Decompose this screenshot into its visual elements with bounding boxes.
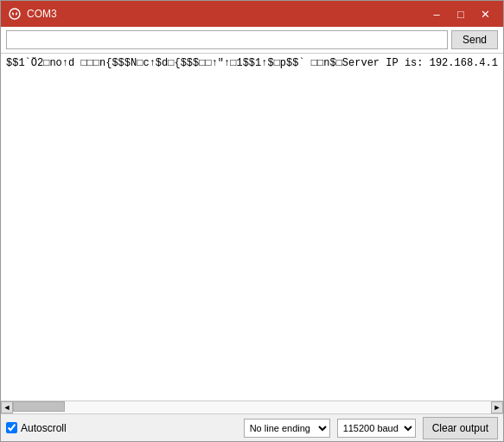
baud-rate-select[interactable]: 300 baud 1200 baud 2400 baud 4800 baud 9… [337,419,416,438]
autoscroll-checkbox[interactable] [6,422,17,433]
svg-point-0 [10,9,20,19]
maximize-button[interactable]: □ [450,5,472,22]
autoscroll-text: Autoscroll [21,422,67,434]
title-bar-controls: – □ ✕ [425,5,496,22]
status-bar: Autoscroll No line ending Newline Carria… [1,413,503,441]
output-line: $‌$1`Ö2□no↑d □□□n{$$$N□c↑$d□{$$$□□↑"↑□1$… [6,57,498,69]
output-area[interactable]: $‌$1`Ö2□no↑d □□□n{$$$N□c↑$d□{$$$□□↑"↑□1$… [1,54,503,401]
toolbar: Send [1,27,503,54]
close-button[interactable]: ✕ [474,5,496,22]
minimize-button[interactable]: – [425,5,448,22]
clear-output-button[interactable]: Clear output [423,417,498,439]
autoscroll-label[interactable]: Autoscroll [6,422,67,434]
window: COM3 – □ ✕ Send $‌$1`Ö2□no↑d □□□n{$$$N□c… [0,0,504,442]
line-ending-select[interactable]: No line ending Newline Carriage return B… [244,419,330,438]
scroll-right-arrow[interactable]: ► [491,401,503,413]
scroll-left-arrow[interactable]: ◄ [1,401,13,413]
arduino-icon [8,7,22,21]
window-title: COM3 [27,8,57,20]
title-bar-left: COM3 [8,7,57,21]
serial-input[interactable] [6,30,448,49]
scrollbar-thumb[interactable] [13,401,65,412]
title-bar: COM3 – □ ✕ [1,1,503,27]
scrollbar-thumb-area [13,401,491,413]
scrollbar-track: ◄ ► [1,401,503,413]
send-button[interactable]: Send [451,30,498,49]
